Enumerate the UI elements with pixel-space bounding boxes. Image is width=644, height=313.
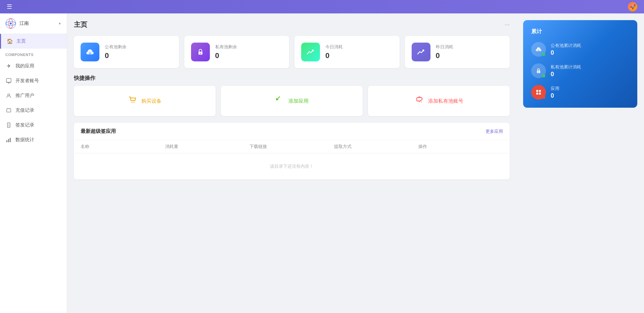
page-more-button[interactable]: ··· — [505, 21, 510, 28]
cumulative-cloud-icon — [531, 42, 546, 57]
svg-rect-21 — [536, 90, 538, 92]
cumulative-app-label: 应用 — [551, 86, 559, 92]
today-consume-label: 今日消耗 — [325, 44, 343, 50]
developer-account-label: 开发者账号 — [15, 78, 39, 84]
cumulative-public-info: 公有池累计消耗 0 — [551, 43, 581, 56]
page-header: 主页 ··· — [74, 20, 510, 29]
stats-row: 公有池剩余 0 私有池剩余 0 — [74, 36, 510, 68]
private-pool-info: 私有池剩余 0 — [215, 44, 237, 60]
sidebar-item-home[interactable]: 🏠 主页 — [0, 34, 67, 49]
quick-actions-title: 快捷操作 — [74, 75, 510, 82]
svg-rect-6 — [7, 109, 11, 112]
buy-device-card[interactable]: 购买设备 — [74, 86, 216, 116]
add-private-label: 添加私有池账号 — [428, 98, 463, 104]
latest-apps-title: 最新超级签应用 — [81, 128, 116, 135]
add-private-icon — [415, 95, 424, 107]
topbar: ☰ 🚀 — [0, 0, 644, 13]
svg-point-20 — [538, 71, 539, 72]
app-dot — [542, 96, 545, 99]
promote-users-icon — [5, 92, 12, 99]
col-action: 操作 — [418, 144, 503, 150]
sidebar: 江南 ▼ 🏠 主页 COMPONENTS ✈ 我的应用 开发者账号 — [0, 13, 67, 313]
yesterday-consume-icon — [412, 43, 430, 61]
add-private-account-card[interactable]: 添加私有池账号 — [368, 86, 510, 116]
brand-logo — [5, 18, 16, 29]
col-download: 下载链接 — [249, 144, 334, 150]
stat-card-today-consume: 今日消耗 0 — [294, 36, 400, 68]
public-pool-info: 公有池剩余 0 — [105, 44, 127, 60]
today-consume-value: 0 — [325, 51, 343, 60]
cumulative-private-info: 私有池累计消耗 0 — [551, 64, 581, 78]
invoice-records-label: 签发记录 — [15, 122, 34, 128]
latest-apps-header: 最新超级签应用 更多应用 — [74, 123, 510, 140]
cumulative-app-info: 应用 0 — [551, 86, 559, 99]
latest-apps-card: 最新超级签应用 更多应用 名称 消耗量 下载链接 提取方式 操作 该目录下还没有… — [74, 123, 510, 179]
invoice-records-icon — [5, 122, 12, 128]
topbar-avatar[interactable]: 🚀 — [628, 2, 637, 11]
stat-card-yesterday-consume: 昨日消耗 0 — [405, 36, 510, 68]
brand-arrow: ▼ — [58, 22, 61, 25]
promote-users-label: 推广用户 — [15, 93, 34, 99]
apps-empty-message: 该目录下还没有内容！ — [74, 153, 510, 179]
buy-device-icon — [128, 95, 137, 107]
sidebar-item-promote-users[interactable]: 推广用户 — [0, 88, 67, 103]
private-pool-icon — [191, 43, 210, 61]
svg-point-15 — [200, 53, 201, 54]
data-stats-label: 数据统计 — [15, 137, 34, 143]
cumulative-public-pool: 公有池累计消耗 0 — [531, 42, 629, 57]
svg-point-5 — [8, 94, 10, 96]
today-consume-icon — [301, 43, 320, 61]
apps-table-header: 名称 消耗量 下载链接 提取方式 操作 — [74, 140, 510, 153]
svg-rect-11 — [6, 140, 7, 142]
stat-card-private-pool: 私有池剩余 0 — [184, 36, 289, 68]
main-layout: 江南 ▼ 🏠 主页 COMPONENTS ✈ 我的应用 开发者账号 — [0, 13, 644, 313]
menu-icon[interactable]: ☰ — [7, 3, 12, 10]
main-content: 主页 ··· 公有池剩余 0 — [67, 13, 516, 313]
cumulative-app-value: 0 — [551, 92, 559, 99]
svg-rect-23 — [536, 93, 538, 95]
add-app-card[interactable]: 添加应用 — [221, 86, 363, 116]
cumulative-private-value: 0 — [551, 71, 581, 78]
brand-name: 江南 — [19, 20, 58, 27]
cumulative-app-icon — [531, 85, 546, 100]
today-consume-info: 今日消耗 0 — [325, 44, 343, 60]
public-pool-dot — [542, 53, 545, 56]
home-icon: 🏠 — [6, 38, 13, 45]
cumulative-title: 累计 — [531, 28, 629, 35]
more-apps-link[interactable]: 更多应用 — [486, 128, 503, 135]
svg-rect-13 — [10, 138, 11, 142]
add-app-label: 添加应用 — [288, 98, 309, 104]
private-pool-value: 0 — [215, 51, 237, 60]
right-panel: 累计 公有池累计消耗 0 — [516, 13, 644, 313]
components-label: COMPONENTS — [0, 49, 67, 59]
private-pool-dot — [542, 74, 545, 77]
col-extract: 提取方式 — [334, 144, 419, 150]
add-app-icon — [275, 95, 284, 107]
recharge-records-icon — [5, 107, 12, 114]
private-pool-label: 私有池剩余 — [215, 44, 237, 50]
public-pool-label: 公有池剩余 — [105, 44, 127, 50]
cumulative-lock-icon — [531, 63, 546, 78]
cumulative-public-label: 公有池累计消耗 — [551, 43, 581, 49]
svg-rect-12 — [8, 139, 9, 142]
buy-device-label: 购买设备 — [141, 98, 162, 104]
sidebar-brand[interactable]: 江南 ▼ — [0, 13, 67, 34]
cumulative-public-value: 0 — [551, 49, 581, 56]
quick-actions-row: 购买设备 添加应用 — [74, 86, 510, 116]
quick-actions-section: 快捷操作 购买设备 — [74, 75, 510, 116]
col-consume: 消耗量 — [165, 144, 250, 150]
svg-rect-4 — [6, 79, 11, 82]
my-apps-label: 我的应用 — [15, 63, 34, 69]
sidebar-item-data-stats[interactable]: 数据统计 — [0, 133, 67, 147]
sidebar-item-developer-account[interactable]: 开发者账号 — [0, 73, 67, 88]
cumulative-private-pool: 私有池累计消耗 0 — [531, 63, 629, 78]
public-pool-value: 0 — [105, 51, 127, 60]
sidebar-item-invoice-records[interactable]: 签发记录 — [0, 118, 67, 133]
public-pool-icon — [81, 43, 99, 61]
sidebar-item-recharge-records[interactable]: 充值记录 — [0, 103, 67, 118]
cumulative-app: 应用 0 — [531, 85, 629, 100]
stat-card-public-pool: 公有池剩余 0 — [74, 36, 179, 68]
data-stats-icon — [5, 137, 12, 143]
svg-point-3 — [10, 22, 12, 24]
sidebar-item-my-apps[interactable]: ✈ 我的应用 — [0, 59, 67, 73]
